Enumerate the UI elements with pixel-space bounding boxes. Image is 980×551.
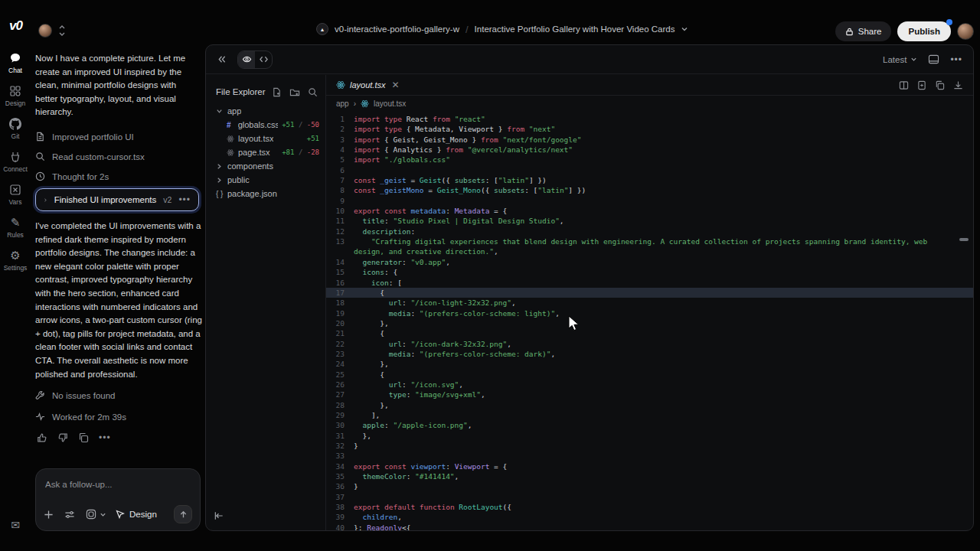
line-number: 20 bbox=[326, 318, 354, 328]
rail-item-label: Connect bbox=[3, 165, 28, 173]
diff-stats: +51 / -50 bbox=[282, 121, 319, 129]
scrollbar-thumb[interactable] bbox=[959, 238, 969, 241]
breadcrumb-separator: / bbox=[466, 24, 469, 35]
breadcrumb-project[interactable]: v0-interactive-portfolio-gallery-w bbox=[335, 24, 459, 34]
code-text: children, bbox=[354, 512, 973, 522]
file-tree-item-globals-css[interactable]: #globals.css+51 / -50 bbox=[206, 118, 325, 132]
collapse-sidebar-icon[interactable] bbox=[214, 510, 224, 521]
code-line: 23 media: "(prefers-color-scheme: dark)"… bbox=[326, 349, 973, 359]
task-thought[interactable]: Thought for 2s bbox=[35, 171, 109, 181]
design-mode-chip[interactable]: Design bbox=[116, 510, 157, 519]
line-number: 32 bbox=[326, 441, 354, 451]
file-tree-item-package-json[interactable]: { }package.json bbox=[206, 187, 325, 201]
file-tree-item-components[interactable]: components bbox=[206, 159, 325, 173]
rail-item-connect[interactable]: Connect bbox=[0, 151, 31, 173]
tab-layout-tsx[interactable]: layout.tsx ✕ bbox=[326, 75, 407, 95]
version-selector[interactable]: Latest bbox=[883, 55, 917, 64]
team-switcher-icon[interactable] bbox=[57, 24, 67, 37]
chevron-right-icon bbox=[216, 163, 224, 170]
line-number: 13 bbox=[326, 236, 354, 257]
code-line: 30 apple: "/apple-icon.png", bbox=[326, 420, 973, 430]
rail-item-design[interactable]: Design bbox=[0, 85, 31, 107]
code-text: media: "(prefers-color-scheme: dark)", bbox=[354, 349, 973, 359]
rail-item-chat[interactable]: Chat bbox=[0, 52, 31, 74]
thumbs-up-icon[interactable] bbox=[37, 432, 47, 443]
copy-icon[interactable] bbox=[78, 432, 89, 443]
code-line: 19 media: "(prefers-color-scheme: light)… bbox=[326, 308, 973, 318]
line-number: 19 bbox=[326, 308, 354, 318]
file-tree-item-page-tsx[interactable]: page.tsx+81 / -28 bbox=[206, 145, 325, 159]
code-text: ], bbox=[354, 410, 973, 420]
chevron-down-icon[interactable] bbox=[100, 511, 106, 518]
more-icon[interactable]: ••• bbox=[99, 432, 111, 443]
code-line: 3import { Geist, Geist_Mono } from "next… bbox=[326, 135, 973, 145]
model-frame-icon[interactable] bbox=[86, 509, 96, 520]
line-number: 35 bbox=[326, 471, 354, 481]
send-button[interactable] bbox=[174, 505, 192, 523]
file-diff-icon[interactable] bbox=[917, 80, 926, 90]
collapse-panel-icon[interactable] bbox=[217, 54, 227, 64]
rail-item-rules[interactable]: ✎ Rules bbox=[0, 217, 31, 239]
arrow-up-icon bbox=[179, 510, 188, 519]
task-read-custom-cursor[interactable]: Read custom-cursor.tsx bbox=[35, 152, 145, 161]
code-line: 4import { Analytics } from "@vercel/anal… bbox=[326, 145, 973, 155]
thumbs-down-icon[interactable] bbox=[57, 432, 68, 443]
task-improved-portfolio-ui[interactable]: Improved portfolio UI bbox=[35, 132, 134, 142]
line-number: 25 bbox=[326, 370, 354, 380]
user-avatar[interactable] bbox=[957, 23, 974, 40]
code-line: 26 url: "/icon.svg", bbox=[326, 380, 973, 390]
settings-sliders-icon[interactable] bbox=[64, 510, 75, 520]
code-line: 8const _geistMono = Geist_Mono({ subsets… bbox=[326, 185, 973, 195]
share-button[interactable]: Share bbox=[835, 21, 892, 41]
version-card-finished-ui-improvements[interactable]: Finished UI improvements v2 ••• bbox=[35, 188, 199, 211]
add-attachment-icon[interactable] bbox=[44, 510, 54, 520]
v0-logo[interactable]: v0 bbox=[9, 18, 22, 34]
code-text: export const viewport: Viewport = { bbox=[354, 461, 973, 471]
code-text: export default function RootLayout({ bbox=[354, 502, 973, 512]
new-folder-icon[interactable] bbox=[289, 87, 300, 97]
message-reactions: ••• bbox=[37, 432, 111, 443]
chevron-right-icon bbox=[216, 177, 224, 184]
search-icon[interactable] bbox=[308, 87, 318, 97]
code-view-icon[interactable] bbox=[255, 51, 272, 68]
breadcrumb-chat-title[interactable]: Interactive Portfolio Gallery with Hover… bbox=[475, 24, 675, 34]
more-icon[interactable]: ••• bbox=[950, 54, 962, 65]
diff-stats: +51 bbox=[307, 135, 319, 142]
version-badge: v2 bbox=[163, 195, 172, 204]
file-explorer: File Explorer app#globals.css+51 / -50la… bbox=[206, 75, 326, 530]
rail-item-vars[interactable]: Vars bbox=[0, 184, 31, 206]
feedback-mail-icon[interactable]: ✉ bbox=[0, 519, 31, 531]
close-icon[interactable]: ✕ bbox=[391, 80, 399, 90]
split-view-icon[interactable] bbox=[899, 80, 909, 90]
code-text: import { Geist, Geist_Mono } from "next/… bbox=[354, 135, 973, 145]
breadcrumb-file[interactable]: layout.tsx bbox=[374, 99, 406, 108]
rail-item-settings[interactable]: ⚙ Settings bbox=[0, 249, 31, 272]
left-rail: Chat Design Git Connect Vars ✎ Rules ⚙ S… bbox=[0, 43, 31, 551]
github-icon bbox=[9, 118, 21, 130]
tab-label: layout.tsx bbox=[350, 80, 385, 90]
breadcrumb-folder[interactable]: app bbox=[336, 99, 349, 108]
task-label: Thought for 2s bbox=[52, 172, 109, 181]
download-icon[interactable] bbox=[953, 80, 963, 90]
code-text: const _geistMono = Geist_Mono({ subsets:… bbox=[354, 185, 973, 195]
assistant-message: Now I have a complete picture. Let me cr… bbox=[35, 52, 201, 119]
rail-item-git[interactable]: Git bbox=[0, 118, 31, 140]
browser-window-icon[interactable] bbox=[928, 54, 939, 64]
preview-eye-icon[interactable] bbox=[238, 51, 255, 68]
more-icon[interactable]: ••• bbox=[178, 194, 191, 205]
copy-icon[interactable] bbox=[935, 80, 945, 90]
file-name: app bbox=[227, 106, 241, 116]
code-line: 10export const metadata: Metadata = { bbox=[326, 206, 973, 216]
follow-up-input[interactable] bbox=[45, 480, 191, 489]
file-name: layout.tsx bbox=[238, 134, 273, 143]
chevron-down-icon[interactable] bbox=[681, 25, 688, 33]
code-viewer[interactable]: 1import type React from "react"2import t… bbox=[326, 112, 973, 530]
file-tree-item-layout-tsx[interactable]: layout.tsx+51 bbox=[206, 132, 325, 145]
code-text: description: bbox=[354, 227, 973, 236]
file-tree-item-app[interactable]: app bbox=[206, 104, 325, 118]
avatar[interactable] bbox=[38, 24, 52, 37]
code-text bbox=[354, 165, 973, 175]
new-file-icon[interactable] bbox=[272, 87, 282, 97]
file-tree-item-public[interactable]: public bbox=[206, 173, 325, 187]
publish-button[interactable]: Publish bbox=[897, 21, 951, 41]
